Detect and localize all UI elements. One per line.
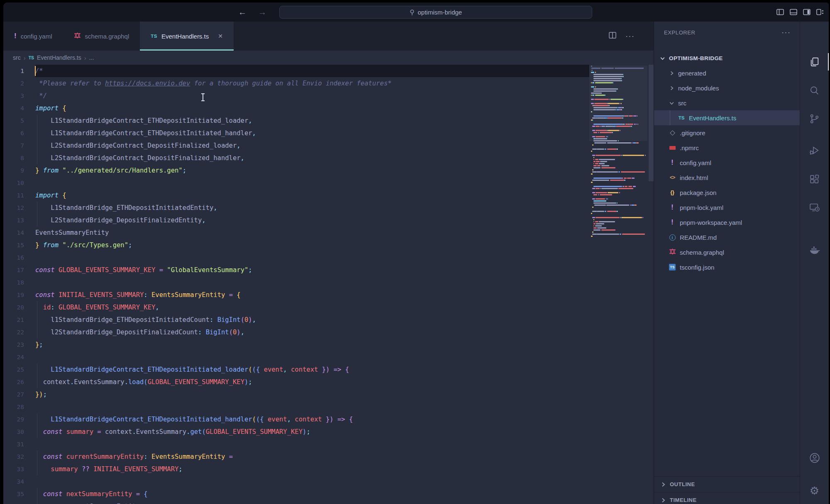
breadcrumb-separator: › — [24, 54, 26, 61]
line-number: 24 — [7, 351, 24, 363]
minimap-line — [605, 117, 607, 119]
file-tsconfig.json[interactable]: TStsconfig.json — [654, 260, 800, 275]
split-editor-icon[interactable] — [608, 31, 617, 41]
workspace-root-OPTIMISM-BRIDGE[interactable]: OPTIMISM-BRIDGE — [654, 51, 800, 66]
close-tab-icon[interactable]: ✕ — [218, 33, 223, 39]
minimap-line — [642, 217, 643, 218]
code-line-22: l2StandardBridge_DepositFinalizedCount: … — [35, 326, 244, 338]
minimap-line — [616, 109, 620, 110]
minimap-line — [601, 68, 614, 69]
more-actions-icon[interactable]: ··· — [625, 32, 635, 41]
minimap-line — [606, 198, 607, 200]
search-value: optimism-bridge — [418, 9, 462, 16]
minimap-line — [592, 180, 609, 181]
code-line-32: const currentSummaryEntity: EventsSummar… — [35, 450, 233, 463]
minimap-line — [609, 99, 610, 100]
outline-section[interactable]: OUTLINE — [654, 476, 800, 492]
minimap-line — [609, 105, 610, 106]
code-editor[interactable]: 1234567891011121314151617181920212223242… — [3, 65, 654, 504]
breadcrumb-item[interactable]: src — [13, 54, 21, 61]
file-.gitignore[interactable]: .gitignore — [654, 125, 800, 140]
minimap-line — [592, 119, 593, 121]
remote-explorer-icon[interactable] — [800, 194, 829, 220]
file-.npmrc[interactable]: .npmrc — [654, 140, 800, 155]
command-center-search[interactable]: ⚲ optimism-bridge — [279, 6, 592, 19]
minimap-line — [636, 142, 639, 144]
minimap-line — [618, 171, 620, 173]
docker-icon[interactable] — [800, 237, 829, 263]
minimap-line — [594, 99, 609, 100]
minimap-line — [592, 82, 595, 83]
file-schema.graphql[interactable]: schema.graphql — [654, 245, 800, 260]
folder-src[interactable]: src — [654, 95, 800, 110]
vertical-scrollbar[interactable] — [649, 65, 654, 181]
minimap-line — [596, 130, 607, 131]
breadcrumb-item[interactable]: ... — [89, 54, 94, 61]
minimap-line — [592, 198, 595, 200]
minimap-line — [617, 149, 618, 150]
line-number: 22 — [7, 326, 24, 338]
minimap-line — [605, 149, 606, 150]
file-pnpm-workspace.yaml[interactable]: !pnpm-workspace.yaml — [654, 215, 800, 230]
indent-guide — [37, 488, 37, 500]
navigate-forward-icon[interactable]: → — [258, 7, 266, 17]
minimap-line — [593, 186, 622, 187]
tree-item-label: src — [678, 100, 686, 107]
mouse-ibeam-cursor — [203, 94, 203, 101]
line-number: 34 — [7, 475, 24, 488]
graphql-file-icon — [669, 248, 676, 256]
minimap-line — [636, 124, 637, 125]
tab-config.yaml[interactable]: !config.yaml — [3, 22, 63, 51]
file-pnpm-lock.yaml[interactable]: !pnpm-lock.yaml — [654, 200, 800, 215]
timeline-section[interactable]: TIMELINE — [654, 492, 800, 504]
code-line-1: /* — [35, 65, 43, 77]
toggle-panel-left-icon[interactable] — [776, 7, 785, 17]
customize-layout-icon[interactable] — [815, 7, 825, 17]
toggle-panel-right-icon[interactable] — [802, 7, 811, 17]
minimap-line — [615, 68, 644, 69]
tree-item-label: index.html — [680, 174, 708, 181]
folder-node_modules[interactable]: node_modules — [654, 80, 800, 95]
minimap-line — [637, 124, 638, 125]
account-icon[interactable] — [800, 445, 829, 471]
indent-guide — [37, 114, 37, 127]
minimap-line — [591, 99, 594, 100]
file-EventHandlers.ts[interactable]: TSEventHandlers.ts — [654, 110, 800, 125]
line-number: 4 — [7, 102, 24, 114]
navigate-back-icon[interactable]: ← — [238, 7, 247, 17]
code-line-19: const INITIAL_EVENTS_SUMMARY: EventsSumm… — [35, 289, 241, 301]
line-number: 10 — [7, 177, 24, 189]
explorer-icon[interactable] — [800, 49, 829, 75]
indent-guide — [37, 139, 37, 152]
line-number: 35 — [7, 488, 24, 500]
minimap-line — [593, 194, 598, 195]
tab-schema.graphql[interactable]: schema.graphql — [63, 22, 140, 51]
minimap-line — [620, 234, 621, 235]
file-index.html[interactable]: <>index.html — [654, 170, 800, 185]
code-line-21: l1StandardBridge_ETHDepositInitiatedCoun… — [35, 314, 256, 326]
indent-guide — [37, 363, 37, 376]
search-icon: ⚲ — [410, 8, 415, 16]
code-line-13: L2StandardBridge_DepositFinalizedEntity, — [35, 214, 206, 226]
run-debug-icon[interactable] — [800, 137, 829, 163]
minimap-line — [610, 99, 622, 100]
file-README.md[interactable]: iREADME.md — [654, 230, 800, 245]
minimap-line — [635, 115, 636, 117]
extensions-icon[interactable] — [800, 166, 829, 192]
file-config.yaml[interactable]: !config.yaml — [654, 155, 800, 170]
toggle-panel-bottom-icon[interactable] — [789, 7, 798, 17]
line-number: 25 — [7, 363, 24, 376]
breadcrumb[interactable]: src›TSEventHandlers.ts›... — [3, 51, 654, 65]
folder-generated[interactable]: generated — [654, 66, 800, 80]
minimap[interactable] — [589, 65, 647, 504]
source-control-icon[interactable] — [800, 106, 829, 131]
file-package.json[interactable]: {}package.json — [654, 185, 800, 200]
line-number: 16 — [7, 251, 24, 264]
minimap-line — [635, 205, 637, 206]
tab-EventHandlers.ts[interactable]: TSEventHandlers.ts✕ — [140, 22, 234, 51]
search-icon[interactable] — [800, 78, 829, 103]
breadcrumb-item[interactable]: EventHandlers.ts — [37, 54, 81, 61]
minimap-line — [593, 219, 594, 220]
settings-gear-icon[interactable]: ⚙ — [800, 478, 829, 504]
explorer-more-actions-icon[interactable]: ··· — [781, 28, 791, 37]
